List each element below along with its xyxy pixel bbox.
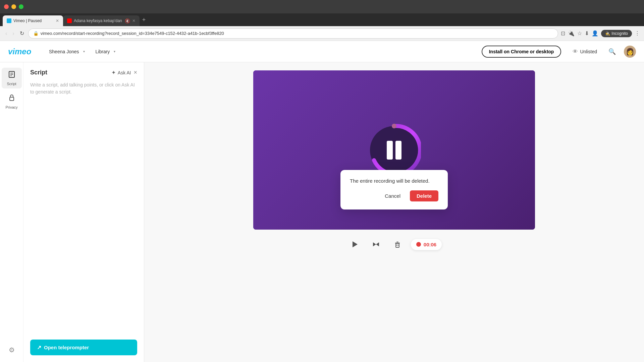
window-maximize-button[interactable]	[19, 4, 23, 9]
open-teleprompter-button[interactable]: ↗ Open teleprompter	[30, 340, 137, 355]
svg-rect-5	[10, 97, 14, 101]
delete-button[interactable]: Delete	[410, 190, 438, 201]
vimeo-favicon	[7, 18, 11, 23]
delete-dialog: The entire recording will be deleted. Ca…	[340, 170, 448, 209]
library-nav-arrow: ▾	[114, 50, 115, 53]
unlisted-button[interactable]: 👁 Unlisted	[569, 47, 600, 57]
new-tab-button[interactable]: +	[140, 16, 149, 23]
sidebar-item-script[interactable]: Script	[2, 68, 22, 88]
tab-vimeo[interactable]: Vimeo | Paused ✕	[3, 15, 63, 26]
record-time: 00:06	[424, 242, 436, 247]
vimeo-logo: vimeo	[8, 46, 38, 58]
window-close-button[interactable]	[4, 4, 9, 9]
script-panel-title: Script	[30, 69, 111, 76]
profile-icon[interactable]: 👤	[592, 30, 598, 37]
sidebar-script-label: Script	[7, 82, 16, 86]
bookmark-icon[interactable]: ☆	[577, 30, 582, 37]
screen-share-icon[interactable]: ⊡	[561, 30, 565, 37]
download-icon[interactable]: ⬇	[585, 30, 589, 37]
svg-rect-9	[395, 141, 401, 160]
delete-recording-button[interactable]	[389, 236, 406, 252]
library-nav[interactable]: Library ▾	[93, 47, 116, 56]
incognito-label: Incognito	[611, 31, 628, 36]
lock-icon: 🔒	[33, 31, 39, 36]
privacy-icon	[8, 94, 16, 104]
video-area: The entire recording will be deleted. Ca…	[144, 62, 644, 362]
svg-marker-10	[353, 241, 358, 247]
search-button[interactable]: 🔍	[608, 48, 616, 55]
script-icon	[8, 70, 16, 80]
svg-text:vimeo: vimeo	[8, 47, 31, 56]
browser-titlebar	[0, 0, 644, 13]
ask-ai-button[interactable]: ✦ Ask AI	[111, 69, 131, 76]
cancel-button[interactable]: Cancel	[379, 190, 406, 201]
controls-bar: 00:06	[346, 236, 442, 252]
unlisted-label: Unlisted	[580, 49, 597, 54]
tabs-bar: Vimeo | Paused ✕ Adana keyfasya kebap'da…	[0, 13, 644, 26]
library-label[interactable]: Library	[93, 47, 113, 56]
ask-ai-label: Ask AI	[118, 70, 131, 75]
play-button[interactable]	[346, 236, 363, 252]
dialog-actions: Cancel Delete	[350, 190, 438, 201]
youtube-favicon	[67, 18, 72, 23]
url-bar[interactable]: 🔒 vimeo.com/record/start-recording?recor…	[28, 28, 558, 39]
incognito-icon: 🕵	[605, 31, 610, 36]
tab-vimeo-title: Vimeo | Paused	[13, 18, 54, 23]
tab-youtube[interactable]: Adana keyfasya kebap'dan 🔇 ✕	[63, 15, 140, 26]
forward-button[interactable]: ›	[11, 29, 15, 38]
svg-point-7	[392, 124, 396, 128]
youtube-muted-icon: 🔇	[125, 18, 130, 23]
ask-ai-icon: ✦	[111, 69, 116, 76]
script-placeholder-text: Write a script, add talking points, or c…	[30, 81, 137, 340]
reload-button[interactable]: ↻	[18, 29, 25, 38]
script-panel: Script ✦ Ask AI × Write a script, add ta…	[23, 62, 144, 362]
script-close-button[interactable]: ×	[133, 69, 137, 76]
user-name[interactable]: Sheena Jones	[46, 47, 82, 56]
window-minimize-button[interactable]	[11, 4, 16, 9]
video-container: The entire recording will be deleted. Ca…	[253, 70, 535, 230]
teleprompter-label: Open teleprompter	[44, 345, 89, 350]
record-status: 00:06	[411, 239, 442, 250]
tab-vimeo-close[interactable]: ✕	[56, 18, 59, 23]
tab-youtube-title: Adana keyfasya kebap'dan	[74, 18, 122, 23]
install-button[interactable]: Install on Chrome or desktop	[482, 46, 561, 58]
rewind-button[interactable]	[368, 236, 384, 252]
tab-youtube-close[interactable]: ✕	[132, 18, 136, 23]
settings-icon: ⚙	[9, 346, 15, 354]
address-bar: ‹ › ↻ 🔒 vimeo.com/record/start-recording…	[0, 26, 644, 41]
teleprompter-icon: ↗	[37, 344, 41, 351]
script-header: Script ✦ Ask AI ×	[30, 69, 137, 76]
dialog-box: The entire recording will be deleted. Ca…	[340, 170, 448, 209]
menu-icon[interactable]: ⋮	[635, 30, 640, 37]
dialog-message: The entire recording will be deleted.	[350, 178, 438, 184]
sidebar-item-privacy[interactable]: Privacy	[2, 91, 22, 112]
svg-rect-8	[387, 141, 393, 160]
user-nav-arrow: ▾	[83, 50, 85, 53]
extensions-icon[interactable]: 🔌	[568, 30, 575, 37]
unlisted-icon: 👁	[573, 49, 578, 55]
sidebar-privacy-label: Privacy	[5, 105, 17, 109]
svg-rect-11	[396, 243, 399, 247]
user-nav[interactable]: Sheena Jones ▾	[46, 47, 85, 56]
sidebar-bottom-icon[interactable]: ⚙	[2, 343, 22, 357]
search-icon: 🔍	[608, 48, 616, 55]
icon-sidebar: Script Privacy ⚙	[0, 62, 23, 362]
incognito-button[interactable]: 🕵 Incognito	[601, 30, 632, 37]
url-text: vimeo.com/record/start-recording?record_…	[41, 31, 224, 36]
app-header: vimeo Sheena Jones ▾ Library ▾ Install o…	[0, 41, 644, 62]
window-controls	[4, 4, 23, 9]
avatar[interactable]: 👩	[624, 46, 636, 58]
record-dot	[416, 242, 421, 247]
back-button[interactable]: ‹	[4, 29, 8, 38]
avatar-image: 👩	[626, 48, 634, 56]
pause-icon-circle	[367, 123, 421, 177]
browser-actions: ⊡ 🔌 ☆ ⬇ 👤 🕵 Incognito ⋮	[561, 30, 640, 37]
